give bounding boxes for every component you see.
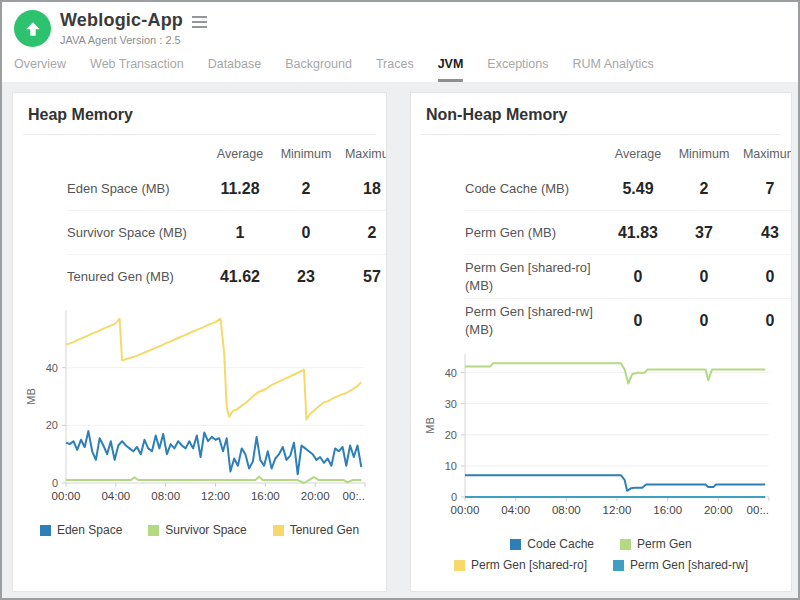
- svg-text:12:00: 12:00: [603, 504, 632, 516]
- metric-value: 23: [273, 268, 339, 286]
- metric-label: Perm Gen (MB): [465, 224, 605, 242]
- svg-text:16:00: 16:00: [653, 504, 682, 516]
- tab-database[interactable]: Database: [208, 57, 262, 82]
- non-heap-memory-legend: Code CachePerm GenPerm Gen [shared-ro]Pe…: [411, 537, 791, 572]
- metric-value: 41.62: [207, 268, 273, 286]
- legend-swatch-icon: [620, 539, 631, 550]
- legend-swatch-icon: [40, 525, 51, 536]
- legend-item[interactable]: Survivor Space: [148, 523, 246, 537]
- app-window: Weblogic-App JAVA Agent Version : 2.5 Ov…: [0, 0, 800, 600]
- legend-label: Perm Gen: [637, 537, 692, 551]
- tab-rum-analytics[interactable]: RUM Analytics: [573, 57, 654, 82]
- stats-row: Perm Gen [shared-ro] (MB)000: [465, 255, 791, 299]
- metric-value: 2: [671, 180, 737, 198]
- svg-text:30: 30: [445, 398, 457, 410]
- legend-item[interactable]: Eden Space: [40, 523, 122, 537]
- legend-label: Perm Gen [shared-rw]: [630, 558, 748, 572]
- metric-label: Code Cache (MB): [465, 180, 605, 198]
- legend-label: Eden Space: [57, 523, 122, 537]
- stats-header-row: AverageMinimumMaximum: [465, 137, 791, 167]
- heap-memory-chart: 0204000:0004:0008:0012:0016:0020:0000:..…: [22, 305, 377, 511]
- stats-header-row: AverageMinimumMaximum: [67, 137, 386, 167]
- svg-text:00:00: 00:00: [451, 504, 480, 516]
- column-header: Maximum: [339, 147, 387, 161]
- metric-label: Eden Space (MB): [67, 180, 207, 198]
- metric-value: 11.28: [207, 180, 273, 198]
- heap-memory-panel: Heap Memory AverageMinimumMaximumEden Sp…: [12, 92, 387, 592]
- svg-text:00:..: 00:..: [747, 504, 769, 516]
- heap-memory-legend: Eden SpaceSurvivor SpaceTenured Gen: [13, 523, 386, 537]
- legend-swatch-icon: [613, 560, 624, 571]
- legend-item[interactable]: Perm Gen [shared-rw]: [613, 558, 748, 572]
- legend-swatch-icon: [454, 560, 465, 571]
- arrow-up-icon: [24, 20, 42, 38]
- svg-text:40: 40: [445, 367, 457, 379]
- svg-text:08:00: 08:00: [552, 504, 581, 516]
- legend-row: Eden SpaceSurvivor SpaceTenured Gen: [13, 523, 386, 537]
- metric-value: 18: [339, 180, 387, 198]
- metric-value: 57: [339, 268, 387, 286]
- metric-value: 7: [737, 180, 792, 198]
- svg-text:40: 40: [46, 362, 58, 374]
- status-up-icon: [14, 10, 51, 47]
- legend-swatch-icon: [273, 525, 284, 536]
- svg-text:20:00: 20:00: [704, 504, 733, 516]
- svg-text:0: 0: [451, 491, 457, 503]
- stats-row: Perm Gen (MB)41.833743: [465, 211, 791, 255]
- agent-version-label: JAVA Agent Version : 2.5: [60, 34, 207, 46]
- app-header: Weblogic-App JAVA Agent Version : 2.5 Ov…: [2, 2, 798, 82]
- tab-traces[interactable]: Traces: [376, 57, 414, 82]
- svg-text:12:00: 12:00: [201, 490, 230, 502]
- stats-row: Perm Gen [shared-rw] (MB)000: [465, 299, 791, 343]
- column-header: Maximum: [737, 147, 792, 161]
- legend-item[interactable]: Perm Gen [shared-ro]: [454, 558, 587, 572]
- tab-jvm[interactable]: JVM: [438, 57, 464, 82]
- metric-value: 0: [737, 268, 792, 286]
- metric-value: 5.49: [605, 180, 671, 198]
- svg-text:04:00: 04:00: [101, 490, 130, 502]
- column-header: Minimum: [671, 147, 737, 161]
- stats-row: Eden Space (MB)11.28218: [67, 167, 386, 211]
- legend-label: Survivor Space: [165, 523, 246, 537]
- metric-value: 0: [671, 268, 737, 286]
- svg-text:16:00: 16:00: [251, 490, 280, 502]
- app-title: Weblogic-App: [60, 10, 183, 31]
- stats-row: Code Cache (MB)5.4927: [465, 167, 791, 211]
- svg-text:00:..: 00:..: [343, 490, 365, 502]
- tab-overview[interactable]: Overview: [14, 57, 66, 82]
- svg-text:MB: MB: [424, 417, 436, 434]
- legend-swatch-icon: [148, 525, 159, 536]
- metric-value: 0: [605, 312, 671, 330]
- svg-text:MB: MB: [25, 388, 37, 405]
- dashboard-content: Heap Memory AverageMinimumMaximumEden Sp…: [2, 82, 798, 592]
- hamburger-menu-icon[interactable]: [192, 14, 207, 28]
- metric-value: 0: [273, 224, 339, 242]
- metric-label: Perm Gen [shared-rw] (MB): [465, 303, 605, 338]
- non-heap-memory-chart: 01020304000:0004:0008:0012:0016:0020:000…: [421, 349, 781, 525]
- panel-title: Heap Memory: [23, 93, 376, 135]
- legend-item[interactable]: Tenured Gen: [273, 523, 359, 537]
- metric-label: Survivor Space (MB): [67, 224, 207, 242]
- svg-text:20: 20: [46, 419, 58, 431]
- svg-text:20:00: 20:00: [301, 490, 330, 502]
- legend-item[interactable]: Code Cache: [510, 537, 594, 551]
- tab-exceptions[interactable]: Exceptions: [487, 57, 548, 82]
- metric-value: 0: [671, 312, 737, 330]
- tab-web-transaction[interactable]: Web Transaction: [90, 57, 184, 82]
- legend-row: Code CachePerm Gen: [411, 537, 791, 551]
- metric-value: 2: [273, 180, 339, 198]
- metric-value: 0: [737, 312, 792, 330]
- tab-background[interactable]: Background: [285, 57, 352, 82]
- metric-label: Perm Gen [shared-ro] (MB): [465, 259, 605, 294]
- svg-text:04:00: 04:00: [501, 504, 530, 516]
- legend-label: Tenured Gen: [290, 523, 359, 537]
- metric-label: Tenured Gen (MB): [67, 268, 207, 286]
- column-header: Average: [207, 147, 273, 161]
- stats-row: Survivor Space (MB)102: [67, 211, 386, 255]
- legend-item[interactable]: Perm Gen: [620, 537, 692, 551]
- legend-label: Perm Gen [shared-ro]: [471, 558, 587, 572]
- metric-value: 37: [671, 224, 737, 242]
- legend-label: Code Cache: [527, 537, 594, 551]
- metric-value: 1: [207, 224, 273, 242]
- column-header: Average: [605, 147, 671, 161]
